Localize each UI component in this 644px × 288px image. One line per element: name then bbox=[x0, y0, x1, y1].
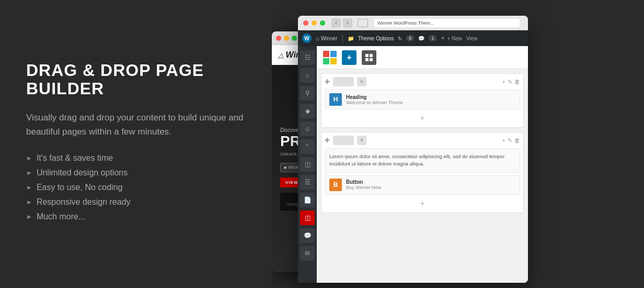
plus-icon: + bbox=[441, 35, 444, 42]
row-2-add-icon[interactable]: + bbox=[502, 137, 505, 144]
wp-back-btn[interactable]: ‹ bbox=[331, 18, 341, 28]
row-1-delete-icon[interactable]: 🗑 bbox=[514, 79, 520, 85]
bullet-item-1: ► It's fast & saves time bbox=[26, 153, 246, 163]
heading-icon: H bbox=[329, 93, 342, 106]
sidebar-icon-grid[interactable]: ◫ bbox=[300, 157, 315, 172]
sidebar-icon-mail[interactable]: ✉ bbox=[300, 246, 315, 261]
folder-icon: 📁 bbox=[348, 36, 354, 41]
url-bar[interactable]: Winner WordPress Them... bbox=[374, 19, 520, 27]
wp-layout: ☷ ⌂ ⚲ ◆ ☺ “ ◫ ☰ 📄 ◫ 💬 ✉ bbox=[298, 46, 528, 283]
add-column-2[interactable]: + bbox=[357, 136, 366, 145]
button-icon: B bbox=[329, 179, 342, 191]
wp-dot-yellow[interactable] bbox=[312, 20, 317, 26]
wp-sidebar: ☷ ⌂ ⚲ ◆ ☺ “ ◫ ☰ 📄 ◫ 💬 ✉ bbox=[298, 46, 317, 283]
row-2-add-center[interactable]: + bbox=[325, 197, 520, 209]
sidebar-icon-quote[interactable]: “ bbox=[300, 139, 315, 154]
bullet-arrow-2: ► bbox=[26, 169, 32, 176]
feature-list: ► It's fast & saves time ► Unlimited des… bbox=[26, 153, 246, 221]
vc-row-1: ✚ + + ✎ 🗑 H bbox=[321, 73, 524, 128]
sidebar-icon-comment[interactable]: 💬 bbox=[300, 228, 315, 243]
wp-count-2[interactable]: 1 bbox=[429, 35, 436, 41]
sidebar-icon-diamond[interactable]: ◆ bbox=[300, 104, 315, 118]
sidebar-icon-active[interactable]: ◫ bbox=[300, 211, 315, 225]
wp-comment-icon: 💬 bbox=[418, 36, 424, 41]
wp-logo-icon[interactable]: W bbox=[302, 34, 312, 43]
vc-row-2-header: ✚ + + ✎ 🗑 bbox=[325, 136, 520, 145]
vc-layout-button[interactable] bbox=[362, 50, 376, 65]
vc-row-2: ✚ + + ✎ 🗑 Lorem ipsum dolor sit amet, co… bbox=[321, 132, 524, 213]
row-2-edit-icon[interactable]: ✎ bbox=[508, 137, 512, 144]
house-icon: ⌂ bbox=[316, 35, 319, 41]
refresh-icon: ↻ bbox=[398, 36, 402, 41]
row-1-add-center[interactable]: + bbox=[325, 112, 520, 124]
drag-handle-1[interactable]: ✚ bbox=[325, 78, 330, 85]
wp-browser-titlebar: ‹ › Winner WordPress Them... bbox=[298, 16, 528, 30]
row-1-edit-icon[interactable]: ✎ bbox=[508, 79, 512, 85]
row-2-actions: + ✎ 🗑 bbox=[502, 137, 520, 144]
vc-button-element: B Button Buy Winner Now bbox=[325, 175, 520, 195]
wp-folder-icon: 📁 bbox=[348, 36, 354, 41]
vc-content-area: ✚ + + ✎ 🗑 H bbox=[317, 69, 528, 217]
dot-green[interactable] bbox=[292, 36, 297, 41]
vc-heading-element: H Heading Welcome to Winner Theme bbox=[325, 90, 520, 109]
svg-rect-6 bbox=[365, 58, 369, 61]
wp-dot-green[interactable] bbox=[320, 20, 325, 26]
svg-rect-0 bbox=[323, 51, 329, 57]
bullet-item-2: ► Unlimited design options bbox=[26, 168, 246, 178]
bullet-arrow-4: ► bbox=[26, 198, 32, 206]
wp-nav-arrows: ‹ › bbox=[331, 18, 352, 28]
dot-yellow[interactable] bbox=[284, 36, 289, 41]
wp-main-content: + ✚ bbox=[317, 46, 528, 283]
bullet-arrow-1: ► bbox=[26, 154, 32, 162]
row-1-add-icon[interactable]: + bbox=[502, 79, 505, 85]
svg-rect-3 bbox=[330, 58, 337, 64]
browser-area: ‹ › △ Winner Discover the PREMIUM CREATE… bbox=[272, 0, 644, 288]
wp-adminbar: W ⌂ Winner | 📁 Theme Options ↻ 6 💬 1 + bbox=[298, 30, 528, 46]
vc-row-1-header: ✚ + + ✎ 🗑 bbox=[325, 77, 520, 86]
button-text: Button Buy Winner Now bbox=[346, 179, 381, 190]
adminbar-sep-1: | bbox=[341, 34, 343, 42]
badge-vc-icon: ◆ bbox=[284, 165, 286, 170]
wp-new-button[interactable]: + + New bbox=[441, 35, 462, 42]
heading-text: Heading Welcome to Winner Theme bbox=[346, 94, 403, 105]
bullet-item-3: ► Easy to use, No coding bbox=[26, 183, 246, 192]
wp-view-button[interactable]: View bbox=[466, 36, 478, 41]
left-panel: Drag & Drop Page Builder Visually drag a… bbox=[0, 40, 272, 248]
bullet-item-5: ► Much more... bbox=[26, 212, 246, 221]
dot-red[interactable] bbox=[276, 36, 281, 41]
page-title: Drag & Drop Page Builder bbox=[26, 61, 246, 98]
subtitle-text: Visually drag and drop your content to b… bbox=[26, 110, 246, 139]
sidebar-icon-pin[interactable]: ⚲ bbox=[300, 86, 315, 101]
vc-logo-icon bbox=[323, 51, 337, 64]
wp-forward-btn[interactable]: › bbox=[343, 18, 352, 28]
svg-rect-1 bbox=[330, 51, 337, 57]
wp-site-link[interactable]: ⌂ Winner bbox=[316, 35, 337, 41]
vc-toolbar: + bbox=[317, 46, 528, 69]
svg-rect-7 bbox=[370, 58, 373, 61]
row-placeholder-2 bbox=[333, 136, 354, 145]
row-1-actions: + ✎ 🗑 bbox=[502, 79, 520, 85]
add-column-1[interactable]: + bbox=[357, 77, 366, 86]
row-placeholder-1 bbox=[333, 77, 354, 86]
sidebar-icon-home[interactable]: ⌂ bbox=[300, 68, 315, 83]
sidebar-icon-dashboard[interactable]: ☷ bbox=[300, 50, 315, 65]
sidebar-icon-user[interactable]: ☺ bbox=[300, 121, 315, 136]
wp-dot-red[interactable] bbox=[303, 20, 308, 26]
comment-icon: 💬 bbox=[418, 36, 424, 41]
svg-rect-5 bbox=[370, 54, 373, 57]
bullet-arrow-5: ► bbox=[26, 213, 32, 220]
sidebar-icon-layers[interactable]: ☰ bbox=[300, 175, 315, 190]
bullet-item-4: ► Responsive design ready bbox=[26, 197, 246, 207]
wp-admin-browser: ‹ › Winner WordPress Them... W ⌂ Winner … bbox=[298, 16, 528, 283]
vc-add-element-button[interactable]: + bbox=[342, 50, 356, 65]
vc-text-block: Lorem ipsum dolor sit amet, consectetur … bbox=[325, 148, 520, 173]
wp-theme-options[interactable]: Theme Options bbox=[358, 36, 394, 41]
wp-update-icon: ↻ bbox=[398, 36, 402, 41]
sidebar-icon-pages[interactable]: 📄 bbox=[300, 193, 315, 207]
drag-handle-2[interactable]: ✚ bbox=[325, 137, 330, 144]
row-2-delete-icon[interactable]: 🗑 bbox=[514, 137, 520, 144]
bullet-arrow-3: ► bbox=[26, 184, 32, 191]
svg-rect-2 bbox=[323, 58, 329, 64]
wp-count-1[interactable]: 6 bbox=[406, 35, 414, 41]
wp-tab-box bbox=[358, 19, 368, 27]
